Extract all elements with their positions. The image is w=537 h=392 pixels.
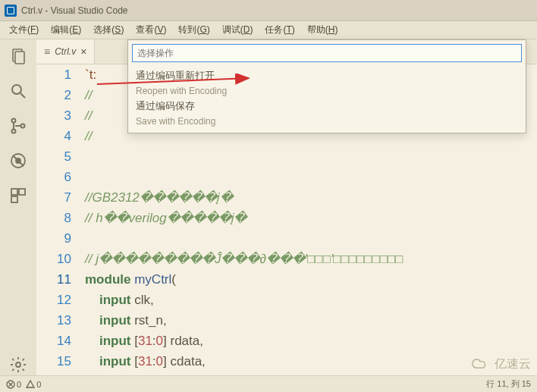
svg-point-5: [12, 130, 16, 133]
line-number: 8: [36, 208, 85, 228]
code-text[interactable]: input [31:0] cdata,: [85, 351, 537, 372]
menu-item[interactable]: 帮助(H): [301, 22, 344, 38]
explorer-icon[interactable]: [8, 45, 29, 67]
vscode-app-icon: [5, 5, 17, 17]
menu-item[interactable]: 选择(S): [87, 22, 130, 38]
settings-gear-icon[interactable]: [8, 354, 29, 375]
code-text[interactable]: module myCtrl(: [85, 269, 537, 290]
code-line[interactable]: 10// j���������Ĵ���∂���'□□□'□□□□□□□□□: [36, 249, 537, 269]
line-number: 13: [36, 310, 85, 331]
line-number: 6: [36, 167, 85, 187]
code-line[interactable]: 11module myCtrl(: [36, 269, 537, 290]
code-text[interactable]: // j���������Ĵ���∂���'□□□'□□□□□□□□□: [85, 249, 537, 269]
line-number: 3: [36, 105, 85, 126]
palette-item-sub[interactable]: Reopen with Encoding: [128, 84, 526, 98]
svg-rect-11: [19, 189, 25, 195]
code-line[interactable]: 15 input [31:0] cdata,: [36, 351, 537, 372]
svg-point-2: [12, 85, 21, 94]
warnings-count: 0: [36, 380, 41, 389]
palette-input[interactable]: [132, 44, 522, 62]
line-number: 15: [36, 351, 85, 372]
activitybar: [0, 39, 36, 375]
palette-item[interactable]: 通过编码保存: [128, 98, 526, 114]
code-line[interactable]: 13 input rst_n,: [36, 310, 537, 331]
svg-point-6: [21, 124, 25, 128]
errors-indicator[interactable]: 0: [6, 380, 21, 389]
line-number: 11: [36, 269, 85, 290]
line-number: 5: [36, 146, 85, 167]
extensions-icon[interactable]: [8, 185, 29, 206]
code-text[interactable]: //GB2312������į�: [85, 187, 537, 208]
line-number: 10: [36, 249, 85, 269]
menu-item[interactable]: 转到(G): [172, 22, 215, 38]
line-number: 12: [36, 290, 85, 310]
palette-list: 通过编码重新打开Reopen with Encoding通过编码保存Save w…: [128, 66, 526, 133]
code-text[interactable]: // h��verilog�����į�: [85, 208, 537, 228]
tab-label: Ctrl.v: [55, 46, 76, 57]
code-line[interactable]: 14 input [31:0] rdata,: [36, 331, 537, 351]
code-text[interactable]: [85, 146, 537, 167]
menu-item[interactable]: 查看(V): [130, 22, 172, 38]
watermark-text: 亿速云: [495, 356, 531, 372]
code-text[interactable]: [85, 167, 537, 187]
svg-point-9: [16, 158, 20, 163]
watermark: 亿速云: [470, 356, 531, 372]
line-number: 14: [36, 331, 85, 351]
svg-rect-1: [15, 52, 24, 64]
line-number: 4: [36, 126, 85, 146]
code-text[interactable]: input rst_n,: [85, 310, 537, 331]
menu-item[interactable]: 文件(F): [3, 22, 45, 38]
palette-item[interactable]: 通过编码重新打开: [128, 67, 526, 84]
svg-line-3: [20, 93, 25, 98]
code-text[interactable]: input [31:0] rdata,: [85, 331, 537, 351]
menu-item[interactable]: 任务(T): [259, 22, 300, 38]
line-number: 7: [36, 187, 85, 208]
menu-item[interactable]: 调试(D): [216, 22, 259, 38]
titlebar: Ctrl.v - Visual Studio Code: [0, 0, 537, 21]
svg-rect-12: [11, 196, 17, 202]
code-line[interactable]: 7//GB2312������į�: [36, 187, 537, 208]
cursor-position[interactable]: 行 11, 列 15: [486, 378, 531, 390]
code-text[interactable]: input clk,: [85, 290, 537, 310]
line-number: 2: [36, 85, 85, 105]
svg-rect-10: [11, 189, 17, 195]
code-line[interactable]: 5: [36, 146, 537, 167]
command-palette: 通过编码重新打开Reopen with Encoding通过编码保存Save w…: [127, 39, 526, 133]
code-line[interactable]: 9: [36, 228, 537, 249]
menu-item[interactable]: 编辑(E): [45, 22, 87, 38]
palette-item-sub[interactable]: Save with Encoding: [128, 114, 526, 128]
search-icon[interactable]: [8, 80, 29, 102]
line-number: 9: [36, 228, 85, 249]
close-icon[interactable]: ×: [80, 45, 86, 58]
code-line[interactable]: 6: [36, 167, 537, 187]
code-line[interactable]: 8// h��verilog�����į�: [36, 208, 537, 228]
tab-ctrl-v[interactable]: ≡ Ctrl.v ×: [36, 39, 95, 64]
source-control-icon[interactable]: [8, 115, 29, 136]
menubar: 文件(F)编辑(E)选择(S)查看(V)转到(G)调试(D)任务(T)帮助(H): [0, 21, 537, 39]
code-line[interactable]: 12 input clk,: [36, 290, 537, 310]
statusbar: 0 0 行 11, 列 15: [0, 375, 537, 392]
errors-count: 0: [17, 380, 21, 389]
line-number: 1: [36, 64, 85, 85]
svg-point-4: [12, 119, 16, 123]
window-title: Ctrl.v - Visual Studio Code: [21, 5, 128, 16]
code-text[interactable]: [85, 228, 537, 249]
svg-point-13: [16, 362, 20, 367]
file-icon: ≡: [44, 45, 50, 58]
warnings-indicator[interactable]: 0: [26, 380, 41, 389]
debug-icon[interactable]: [8, 150, 29, 171]
